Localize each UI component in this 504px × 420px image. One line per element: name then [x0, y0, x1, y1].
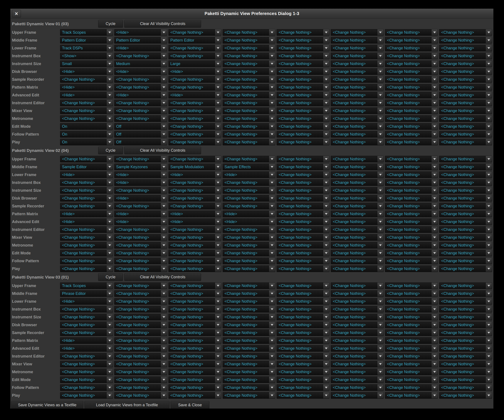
dropdown-select[interactable]: <Change Nothing>	[385, 60, 438, 67]
dropdown-select[interactable]: Medium	[114, 60, 167, 67]
dropdown-select[interactable]: <Change Nothing>	[439, 234, 492, 241]
dropdown-select[interactable]: <Change Nothing>	[60, 226, 113, 233]
dropdown-select[interactable]: <Change Nothing>	[331, 234, 384, 241]
dropdown-select[interactable]: On	[60, 139, 113, 145]
dropdown-select[interactable]: <Change Nothing>	[439, 392, 492, 399]
dropdown-select[interactable]: <Change Nothing>	[331, 76, 384, 83]
dropdown-select[interactable]: <Change Nothing>	[439, 242, 492, 248]
dropdown-select[interactable]: Large	[168, 60, 221, 67]
dropdown-select[interactable]: <Change Nothing>	[60, 187, 113, 194]
dropdown-select[interactable]: <Change Nothing>	[331, 60, 384, 67]
dropdown-select[interactable]: <Change Nothing>	[385, 53, 438, 59]
dropdown-select[interactable]: <Change Nothing>	[439, 369, 492, 375]
dropdown-select[interactable]: <Hide>	[168, 68, 221, 75]
dropdown-select[interactable]: <Change Nothing>	[114, 377, 167, 383]
dropdown-select[interactable]: <Hide>	[60, 84, 113, 90]
dropdown-select[interactable]: <Change Nothing>	[276, 337, 330, 344]
dropdown-select[interactable]: <Hide>	[114, 45, 167, 51]
dropdown-select[interactable]: <Change Nothing>	[439, 353, 492, 360]
dropdown-select[interactable]: <Hide>	[114, 195, 167, 202]
dropdown-select[interactable]: <Change Nothing>	[114, 298, 167, 305]
dropdown-select[interactable]: <Change Nothing>	[223, 337, 276, 344]
dropdown-select[interactable]: <Change Nothing>	[331, 384, 384, 391]
dropdown-select[interactable]: <Change Nothing>	[168, 76, 221, 83]
dropdown-select[interactable]: <Change Nothing>	[276, 265, 330, 272]
dropdown-select[interactable]: <Change Nothing>	[223, 156, 276, 162]
dropdown-select[interactable]: <Change Nothing>	[223, 361, 276, 367]
cycle-button[interactable]: Cycle	[98, 20, 123, 28]
dropdown-select[interactable]: <Change Nothing>	[439, 250, 492, 256]
dropdown-select[interactable]: Track DSPs	[60, 45, 113, 51]
dropdown-select[interactable]: <Change Nothing>	[331, 29, 384, 36]
dropdown-select[interactable]: <Change Nothing>	[276, 211, 330, 217]
dropdown-select[interactable]: <Change Nothing>	[223, 384, 276, 391]
dropdown-select[interactable]: <Change Nothing>	[331, 37, 384, 43]
dropdown-select[interactable]: <Change Nothing>	[331, 322, 384, 328]
dropdown-select[interactable]: Track Scopes	[60, 282, 113, 289]
dropdown-select[interactable]: <Change Nothing>	[60, 361, 113, 367]
dropdown-select[interactable]: <Change Nothing>	[439, 60, 492, 67]
dropdown-select[interactable]: <Change Nothing>	[168, 29, 221, 36]
dropdown-select[interactable]: <Change Nothing>	[276, 115, 330, 122]
dropdown-select[interactable]: Sample Keyzones	[114, 164, 167, 170]
dropdown-select[interactable]: <Change Nothing>	[60, 115, 113, 122]
dropdown-select[interactable]: <Change Nothing>	[385, 218, 438, 225]
dropdown-select[interactable]: <Change Nothing>	[223, 234, 276, 241]
dropdown-select[interactable]: <Change Nothing>	[168, 115, 221, 122]
dropdown-select[interactable]: <Change Nothing>	[276, 76, 330, 83]
dropdown-select[interactable]: <Hide>	[168, 172, 221, 178]
dropdown-select[interactable]: <Change Nothing>	[168, 337, 221, 344]
dropdown-select[interactable]: Phrase Editor	[60, 290, 113, 297]
dropdown-select[interactable]: <Change Nothing>	[223, 108, 276, 114]
dropdown-select[interactable]: <Change Nothing>	[385, 68, 438, 75]
dropdown-select[interactable]: <Change Nothing>	[114, 226, 167, 233]
dropdown-select[interactable]: <Change Nothing>	[276, 306, 330, 312]
dropdown-select[interactable]: <Change Nothing>	[114, 282, 167, 289]
dropdown-select[interactable]: <Change Nothing>	[331, 172, 384, 178]
dropdown-select[interactable]: <Change Nothing>	[60, 392, 113, 399]
dropdown-select[interactable]: Sample Effects	[223, 164, 276, 170]
dropdown-select[interactable]: <Change Nothing>	[276, 53, 330, 59]
dropdown-select[interactable]: <Change Nothing>	[276, 258, 330, 264]
dropdown-select[interactable]: <Change Nothing>	[276, 164, 330, 170]
dropdown-select[interactable]: <Change Nothing>	[385, 298, 438, 305]
dropdown-select[interactable]: <Change Nothing>	[385, 337, 438, 344]
dropdown-select[interactable]: <Change Nothing>	[223, 100, 276, 106]
dropdown-select[interactable]: Sample Modulation	[168, 164, 221, 170]
dropdown-select[interactable]: <Change Nothing>	[385, 131, 438, 138]
dropdown-select[interactable]: <Change Nothing>	[439, 92, 492, 98]
dropdown-select[interactable]: <Change Nothing>	[168, 322, 221, 328]
dropdown-select[interactable]: <Change Nothing>	[168, 156, 221, 162]
dropdown-select[interactable]: <Change Nothing>	[223, 84, 276, 90]
dropdown-select[interactable]: <Hide>	[60, 218, 113, 225]
dropdown-select[interactable]: <Change Nothing>	[385, 306, 438, 312]
dropdown-select[interactable]: <Change Nothing>	[223, 92, 276, 98]
dropdown-select[interactable]: <Change Nothing>	[276, 68, 330, 75]
dropdown-select[interactable]: <Change Nothing>	[60, 306, 113, 312]
dropdown-select[interactable]: <Change Nothing>	[223, 68, 276, 75]
dropdown-select[interactable]: <Change Nothing>	[385, 179, 438, 186]
dropdown-select[interactable]: <Hide>	[114, 211, 167, 217]
dropdown-select[interactable]: <Change Nothing>	[276, 172, 330, 178]
dropdown-select[interactable]: <Change Nothing>	[331, 156, 384, 162]
dropdown-select[interactable]: <Change Nothing>	[439, 123, 492, 130]
dropdown-select[interactable]: <Change Nothing>	[168, 361, 221, 367]
dropdown-select[interactable]: <Change Nothing>	[276, 242, 330, 248]
dropdown-select[interactable]: <Change Nothing>	[276, 314, 330, 320]
dropdown-select[interactable]: <Change Nothing>	[331, 258, 384, 264]
dropdown-select[interactable]: <Change Nothing>	[331, 100, 384, 106]
dropdown-select[interactable]: <Change Nothing>	[439, 265, 492, 272]
dropdown-select[interactable]: <Change Nothing>	[276, 226, 330, 233]
dropdown-select[interactable]: <Change Nothing>	[168, 234, 221, 241]
dropdown-select[interactable]: <Change Nothing>	[223, 377, 276, 383]
dropdown-select[interactable]: <Change Nothing>	[385, 37, 438, 43]
dropdown-select[interactable]: <Change Nothing>	[276, 234, 330, 241]
dropdown-select[interactable]: <Change Nothing>	[223, 242, 276, 248]
dropdown-select[interactable]: <Change Nothing>	[60, 179, 113, 186]
dropdown-select[interactable]: <Change Nothing>	[331, 187, 384, 194]
dropdown-select[interactable]: <Change Nothing>	[223, 29, 276, 36]
dropdown-select[interactable]: <Change Nothing>	[223, 353, 276, 360]
dropdown-select[interactable]: <Change Nothing>	[439, 187, 492, 194]
dropdown-select[interactable]: <Change Nothing>	[114, 156, 167, 162]
dropdown-select[interactable]: <Change Nothing>	[385, 211, 438, 217]
